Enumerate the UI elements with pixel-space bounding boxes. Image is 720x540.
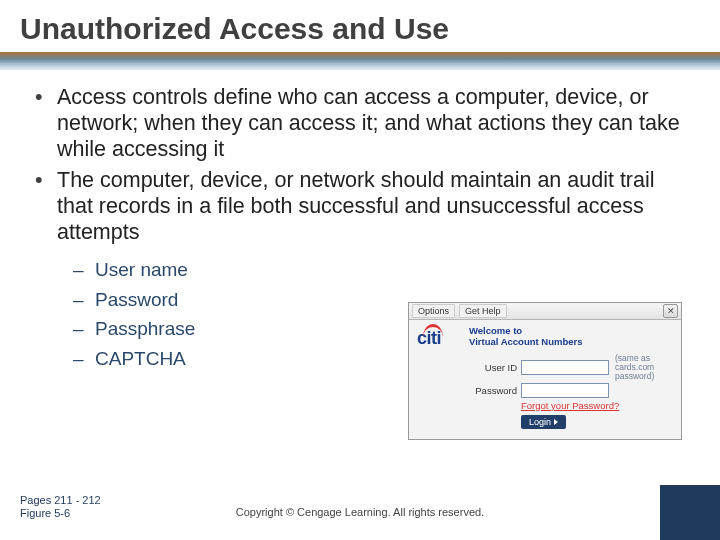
citi-logo: citi (417, 328, 461, 349)
dialog-menubar: Options Get Help ✕ (409, 303, 681, 320)
password-label: Password (469, 385, 517, 396)
subbullet-item: User name (73, 255, 685, 284)
field-note: (same as cards.com password) (615, 354, 675, 381)
user-id-label: User ID (469, 362, 517, 373)
bullet-item: The computer, device, or network should … (35, 167, 685, 246)
slide-title: Unauthorized Access and Use (0, 0, 720, 52)
corner-accent (660, 485, 720, 540)
forgot-password-link[interactable]: Forgot your Password? (521, 400, 675, 411)
password-input[interactable] (521, 383, 609, 398)
footer-pages: Pages 211 - 212 (20, 494, 101, 507)
user-id-input[interactable] (521, 360, 609, 375)
title-divider (0, 52, 720, 70)
footer-copyright: Copyright © Cengage Learning. All rights… (0, 506, 720, 518)
login-button-label: Login (529, 417, 551, 427)
citi-arc-icon (423, 324, 443, 337)
menu-get-help[interactable]: Get Help (459, 304, 507, 318)
login-dialog: Options Get Help ✕ citi Welcome to Virtu… (408, 302, 682, 440)
close-icon[interactable]: ✕ (663, 304, 678, 318)
menu-options[interactable]: Options (412, 304, 455, 318)
login-button[interactable]: Login (521, 415, 566, 429)
triangle-right-icon (554, 419, 558, 425)
welcome-text: Welcome to Virtual Account Numbers (469, 326, 675, 348)
bullet-item: Access controls define who can access a … (35, 84, 685, 163)
